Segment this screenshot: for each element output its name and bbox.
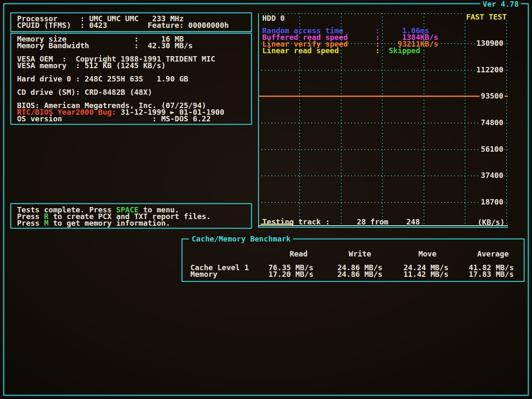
gridline-horizontal — [258, 70, 508, 71]
y-tick-label: 93500 — [480, 93, 505, 99]
cell-memory-average: 17.83 MB/s — [469, 271, 514, 278]
crt-screen: { "version_label": "Ver 4.78", "colors":… — [0, 0, 532, 399]
row-label-memory: Memory — [190, 271, 217, 278]
testing-track-status: Testing track : 28 from 248 — [262, 219, 420, 225]
gridline-horizontal — [258, 149, 508, 150]
cd-drive-line: CD drive (SM): CRD-8482B (48X) — [17, 89, 251, 96]
y-tick-label: 18700 — [480, 199, 505, 205]
cell-memory-write: 24.86 MB/s — [337, 271, 382, 278]
cpuid-line: CPUID (TFMS) : 0423 Feature: 00000000h — [17, 22, 251, 29]
memory-bandwidth-line: Memory Bandwidth : 42.30 MB/s — [17, 42, 251, 49]
column-header-read: Read — [290, 251, 308, 257]
linear-verify-speed-trace — [259, 96, 508, 97]
message-line-3: Press M to get memory information. — [17, 220, 251, 227]
system-info-box: Memory size : 16 MB Memory Bandwidth : 4… — [10, 33, 252, 125]
cache-benchmark-title: Cache/Memory Benchmark — [189, 235, 293, 243]
legend-value: Skipped — [379, 47, 420, 54]
gridline-vertical — [506, 13, 507, 226]
y-tick-label: 56100 — [480, 146, 505, 153]
vesa-memory-line: VESA memory : 512 KB (1245 KB/s) — [17, 62, 251, 69]
chart-title: HDD 0 — [262, 15, 285, 22]
chart-legend: Random access time : 1.06 ms Buffered re… — [262, 27, 495, 55]
gridline-horizontal — [258, 202, 508, 203]
y-tick-label: 74800 — [480, 119, 505, 126]
hard-drive-line: Hard drive 0 : 248C 255H 63S 1.90 GB — [17, 76, 251, 82]
message-box: Tests complete. Press SPACE to menu. Pre… — [10, 203, 252, 229]
column-header-average: Average — [477, 251, 509, 257]
cell-memory-move: 11.42 MB/s — [404, 271, 448, 278]
os-version-line: OS version : MS-DOS 6.22 — [17, 116, 251, 122]
processor-info-box: Processor : UMC UMC UMC 233 MHz CPUID (T… — [10, 12, 252, 32]
y-tick-label: 112200 — [475, 66, 505, 73]
chart-bottom-border — [258, 227, 508, 228]
version-label: Ver 4.78 — [480, 0, 521, 8]
column-header-write: Write — [349, 251, 371, 257]
test-mode-label: FAST TEST — [465, 13, 508, 20]
cell-memory-read: 17.20 MB/s — [268, 271, 313, 278]
cache-memory-benchmark-box: Cache/Memory Benchmark Read Write Move A… — [182, 239, 525, 282]
legend-label: Linear read speed — [262, 46, 339, 55]
gridline-horizontal — [258, 123, 508, 123]
gridline-horizontal — [258, 175, 508, 176]
y-axis-unit-label: (KB/s) — [478, 219, 505, 226]
legend-row-linear-read: Linear read speed : Skipped — [262, 47, 495, 54]
chart-left-axis — [258, 13, 259, 227]
y-tick-label: 37400 — [480, 172, 505, 179]
legend-unit: KB/s — [420, 41, 438, 47]
column-header-move: Move — [419, 251, 436, 257]
m-key-hint: M — [44, 219, 49, 227]
